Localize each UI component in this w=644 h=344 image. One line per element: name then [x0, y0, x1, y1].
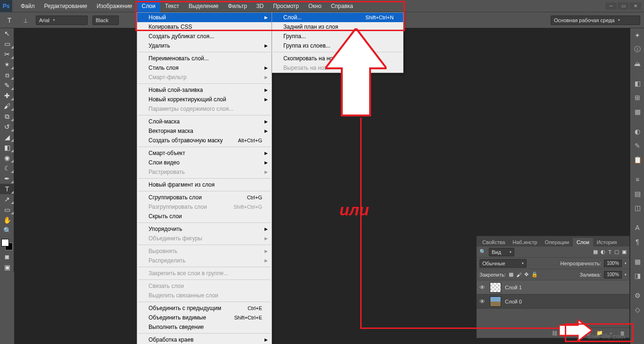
layer-name[interactable]: Слой 1 — [505, 285, 522, 290]
opacity-value[interactable]: 100% — [604, 260, 622, 267]
styles-icon[interactable]: ▦ — [630, 105, 644, 119]
menu-file[interactable]: Файл — [16, 0, 40, 12]
dodge-tool-icon[interactable]: ☾ — [0, 163, 14, 173]
menu-item[interactable]: Выполнить сведение — [137, 322, 272, 332]
menu-item[interactable]: Новый▶ — [137, 13, 272, 22]
blend-mode-select[interactable]: Обычные▾ — [479, 259, 527, 268]
heal-tool-icon[interactable]: ✚ — [0, 90, 14, 101]
gradient-tool-icon[interactable]: ◧ — [0, 142, 14, 153]
menu-item[interactable]: Создать дубликат слоя... — [137, 32, 272, 41]
move-tool-icon[interactable]: ↖ — [0, 28, 14, 39]
font-family-select[interactable]: Arial▼ — [36, 16, 88, 25]
filter-shape-icon[interactable]: ▢ — [614, 249, 619, 255]
visibility-icon[interactable]: 👁 — [479, 284, 486, 291]
menu-item[interactable]: Новый корректирующий слой▶ — [137, 95, 272, 104]
close-icon[interactable]: ✕ — [630, 2, 641, 10]
menu-item[interactable]: Скрыть слои — [137, 212, 272, 221]
swatches-icon[interactable]: ⊞ — [630, 90, 644, 105]
menu-select[interactable]: Выделение — [184, 0, 223, 12]
text-tool-icon[interactable]: T — [4, 15, 15, 26]
menu-item[interactable]: Стиль слоя▶ — [137, 63, 272, 73]
tab-history[interactable]: История — [593, 238, 621, 246]
layer-thumb[interactable] — [490, 282, 501, 293]
menu-item[interactable]: Слой-маска▶ — [137, 117, 272, 126]
tab-properties[interactable]: Свойства — [479, 238, 509, 246]
adjustments-icon[interactable]: ◐ — [630, 124, 644, 139]
layers-icon[interactable]: ▤ — [630, 187, 644, 201]
menu-3d[interactable]: 3D — [252, 0, 268, 12]
menu-edit[interactable]: Редактирование — [40, 0, 92, 12]
menu-item[interactable]: Создать обтравочную маскуAlt+Ctrl+G — [137, 136, 272, 145]
para-icon[interactable]: ¶ — [630, 235, 644, 249]
blur-tool-icon[interactable]: ◉ — [0, 153, 14, 163]
tab-layers[interactable]: Слои — [573, 238, 593, 246]
pen-tool-icon[interactable]: ✒ — [0, 173, 14, 184]
screenmode-icon[interactable]: ▣ — [0, 262, 14, 272]
filter-pixel-icon[interactable]: ▦ — [593, 249, 598, 255]
menu-text[interactable]: Текст — [160, 0, 184, 12]
menu-item[interactable]: Слой...Shift+Ctrl+N — [272, 13, 403, 22]
text-orient-icon[interactable]: ⟂ — [20, 15, 31, 26]
lock-paint-icon[interactable]: 🖌 — [516, 272, 521, 278]
lock-all-icon[interactable]: 🔒 — [531, 271, 538, 278]
visibility-icon[interactable]: 👁 — [479, 298, 486, 305]
filter-type-icon[interactable]: T — [608, 249, 611, 255]
wand-tool-icon[interactable]: ✶ — [0, 59, 14, 70]
layer-name[interactable]: Слой 0 — [505, 299, 522, 304]
filter-adjust-icon[interactable]: ◐ — [601, 249, 605, 255]
paths-icon[interactable]: ◇ — [630, 303, 644, 317]
comp-icon[interactable]: ◨ — [630, 269, 644, 283]
menu-item[interactable]: Обработка краев▶ — [137, 335, 272, 344]
menu-item[interactable]: Удалить▶ — [137, 41, 272, 50]
menu-view[interactable]: Просмотр — [268, 0, 304, 12]
menu-item[interactable]: Слои видео▶ — [137, 158, 272, 167]
menu-window[interactable]: Окно — [304, 0, 326, 12]
menu-item[interactable]: Объединить видимыеShift+Ctrl+E — [137, 313, 272, 322]
brush-tool-icon[interactable]: 🖌 — [0, 101, 14, 111]
maximize-icon[interactable]: ▭ — [618, 2, 629, 10]
layer-thumb[interactable] — [490, 296, 501, 307]
type-tool-icon[interactable]: T — [0, 184, 14, 194]
menu-item[interactable]: Упорядочить▶ — [137, 224, 272, 234]
path-tool-icon[interactable]: ↗ — [0, 194, 14, 205]
hand-tool-icon[interactable]: ✋ — [0, 215, 14, 225]
filter-kind-select[interactable]: Вид▾ — [489, 248, 514, 256]
menu-item[interactable]: Копировать CSS — [137, 22, 272, 32]
tab-toolpresets[interactable]: Наб.инстр — [509, 238, 541, 246]
crop-tool-icon[interactable]: ⧈ — [0, 70, 14, 80]
eyedropper-tool-icon[interactable]: ✎ — [0, 80, 14, 90]
actions-icon[interactable]: 📋 — [630, 153, 644, 167]
menu-item[interactable]: Переименовать слой... — [137, 54, 272, 63]
fg-color-swatch[interactable] — [1, 239, 9, 246]
layer-row[interactable]: 👁 Слой 0 — [477, 295, 629, 309]
filter-smart-icon[interactable]: ▣ — [622, 249, 627, 255]
channels-icon[interactable]: ◫ — [630, 201, 644, 215]
menu-filter[interactable]: Фильтр — [223, 0, 252, 12]
link-icon[interactable]: ⛓ — [550, 329, 559, 337]
lasso-tool-icon[interactable]: ✂ — [0, 49, 14, 59]
marquee-tool-icon[interactable]: ▭ — [0, 39, 14, 49]
tool-preset-icon[interactable]: ⚙ — [630, 288, 644, 303]
workspace-select[interactable]: Основная рабочая среда▼ — [551, 16, 640, 25]
minimize-icon[interactable]: ─ — [605, 2, 617, 10]
menu-item[interactable]: Векторная маска▶ — [137, 126, 272, 136]
history-brush-icon[interactable]: ↺ — [0, 122, 14, 132]
histogram-icon[interactable]: ✦ — [630, 28, 644, 42]
menu-item[interactable]: Смарт-объект▶ — [137, 148, 272, 158]
brushes-icon[interactable]: ≡ — [630, 172, 644, 187]
tab-actions[interactable]: Операции — [541, 238, 573, 246]
lock-transparent-icon[interactable]: ▦ — [509, 271, 513, 278]
color-icon[interactable]: ◧ — [630, 76, 644, 90]
info-icon[interactable]: ⓘ — [630, 42, 644, 57]
eraser-tool-icon[interactable]: ◢ — [0, 132, 14, 142]
menu-item[interactable]: Новый фрагмент из слоя — [137, 180, 272, 189]
lock-position-icon[interactable]: ✥ — [524, 271, 528, 278]
menu-help[interactable]: Справка — [326, 0, 358, 12]
libraries-icon[interactable]: ▦ — [630, 254, 644, 269]
history-icon[interactable]: ✎ — [630, 139, 644, 153]
char-icon[interactable]: A — [630, 221, 644, 235]
zoom-tool-icon[interactable]: 🔍 — [0, 225, 14, 236]
quickmask-icon[interactable]: ◙ — [0, 252, 14, 262]
navigator-icon[interactable]: ⛰ — [630, 57, 644, 71]
menu-item[interactable]: Новый слой-заливка▶ — [137, 85, 272, 95]
